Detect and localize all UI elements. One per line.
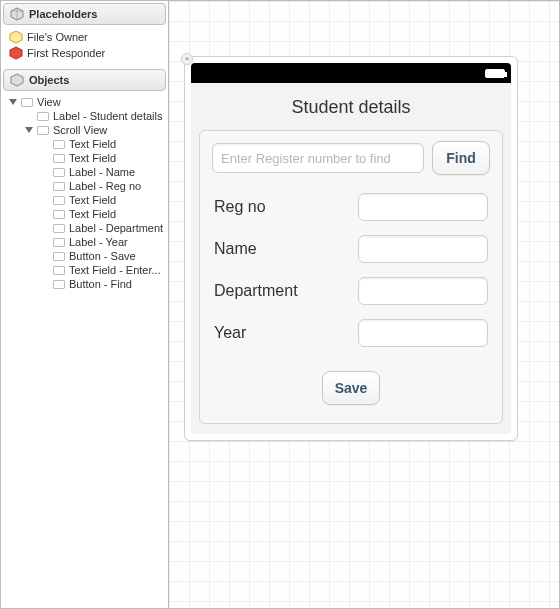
save-button[interactable]: Save [322, 371, 381, 405]
root-view: Student details Find Reg no Name [191, 63, 511, 434]
disclosure-spacer [41, 196, 49, 204]
outline-item-label: Text Field [69, 194, 116, 206]
interface-builder-view: Placeholders File's Owner First Responde… [0, 0, 560, 609]
outline-item-label: Button - Save [69, 250, 136, 262]
outline-item-label: Text Field [69, 152, 116, 164]
disclosure-spacer [41, 252, 49, 260]
view-node-icon [53, 210, 65, 219]
outline-item[interactable]: Text Field - Enter... [1, 263, 168, 277]
find-button[interactable]: Find [432, 141, 490, 175]
view-node-icon [53, 266, 65, 275]
name-label: Name [214, 240, 257, 258]
document-outline-panel: Placeholders File's Owner First Responde… [1, 1, 169, 608]
device-frame[interactable]: × Student details Find Reg no [184, 56, 518, 441]
outline-item-label: Text Field [69, 208, 116, 220]
disclosure-spacer [41, 224, 49, 232]
outline-item-label: Button - Find [69, 278, 132, 290]
outline-item[interactable]: Button - Save [1, 249, 168, 263]
battery-icon [485, 69, 505, 78]
view-node-icon [53, 238, 65, 247]
svg-marker-5 [11, 74, 23, 86]
view-node-icon [53, 182, 65, 191]
close-scene-button[interactable]: × [181, 53, 193, 65]
outline-item[interactable]: Label - Department [1, 221, 168, 235]
outline-item[interactable]: Text Field [1, 137, 168, 151]
outline-item[interactable]: Label - Student details [1, 109, 168, 123]
outline-item[interactable]: Label - Year [1, 235, 168, 249]
outline-item[interactable]: Button - Find [1, 277, 168, 291]
disclosure-spacer [41, 280, 49, 288]
view-node-icon [21, 98, 33, 107]
outline-item-label: Label - Name [69, 166, 135, 178]
outline-item-label: Label - Student details [53, 110, 162, 122]
year-label: Year [214, 324, 246, 342]
disclosure-spacer [41, 182, 49, 190]
disclosure-spacer [25, 112, 33, 120]
disclosure-triangle-icon[interactable] [9, 99, 17, 105]
cube-responder-icon [9, 46, 23, 60]
outline-item-label: View [37, 96, 61, 108]
outline-item[interactable]: Text Field [1, 151, 168, 165]
outline-item-label: Text Field - Enter... [69, 264, 161, 276]
files-owner-label: File's Owner [27, 31, 88, 43]
scroll-view: Find Reg no Name Department [199, 130, 503, 424]
disclosure-spacer [41, 238, 49, 246]
view-node-icon [53, 154, 65, 163]
outline-item-label: Label - Department [69, 222, 163, 234]
year-input[interactable] [358, 319, 488, 347]
status-bar [191, 63, 511, 83]
disclosure-spacer [41, 168, 49, 176]
reg-no-label: Reg no [214, 198, 266, 216]
placeholders-section-header[interactable]: Placeholders [3, 3, 166, 25]
objects-section-header[interactable]: Objects [3, 69, 166, 91]
view-node-icon [53, 224, 65, 233]
outline-item[interactable]: View [1, 95, 168, 109]
view-node-icon [37, 126, 49, 135]
view-node-icon [53, 168, 65, 177]
outline-item[interactable]: Text Field [1, 207, 168, 221]
disclosure-triangle-icon[interactable] [25, 127, 33, 133]
files-owner-item[interactable]: File's Owner [1, 29, 168, 45]
view-node-icon [53, 196, 65, 205]
outline-item[interactable]: Label - Reg no [1, 179, 168, 193]
name-input[interactable] [358, 235, 488, 263]
outline-item[interactable]: Text Field [1, 193, 168, 207]
objects-label: Objects [29, 74, 69, 86]
outline-item-label: Label - Year [69, 236, 128, 248]
outline-item[interactable]: Label - Name [1, 165, 168, 179]
disclosure-spacer [41, 140, 49, 148]
cube-icon [10, 73, 24, 87]
outline-item-label: Text Field [69, 138, 116, 150]
cube-owner-icon [9, 30, 23, 44]
first-responder-item[interactable]: First Responder [1, 45, 168, 61]
disclosure-spacer [41, 210, 49, 218]
view-node-icon [53, 280, 65, 289]
disclosure-spacer [41, 154, 49, 162]
placeholders-label: Placeholders [29, 8, 97, 20]
design-canvas[interactable]: × Student details Find Reg no [169, 1, 559, 608]
view-node-icon [37, 112, 49, 121]
title-label: Student details [191, 83, 511, 130]
outline-item-label: Label - Reg no [69, 180, 141, 192]
reg-no-input[interactable] [358, 193, 488, 221]
first-responder-label: First Responder [27, 47, 105, 59]
svg-marker-3 [10, 31, 22, 43]
department-label: Department [214, 282, 298, 300]
outline-item[interactable]: Scroll View [1, 123, 168, 137]
view-node-icon [53, 140, 65, 149]
svg-marker-4 [10, 47, 22, 59]
cube-icon [10, 7, 24, 21]
disclosure-spacer [41, 266, 49, 274]
objects-tree: ViewLabel - Student detailsScroll ViewTe… [1, 93, 168, 297]
outline-item-label: Scroll View [53, 124, 107, 136]
placeholders-tree: File's Owner First Responder [1, 27, 168, 67]
view-node-icon [53, 252, 65, 261]
search-register-input[interactable] [212, 143, 424, 173]
department-input[interactable] [358, 277, 488, 305]
